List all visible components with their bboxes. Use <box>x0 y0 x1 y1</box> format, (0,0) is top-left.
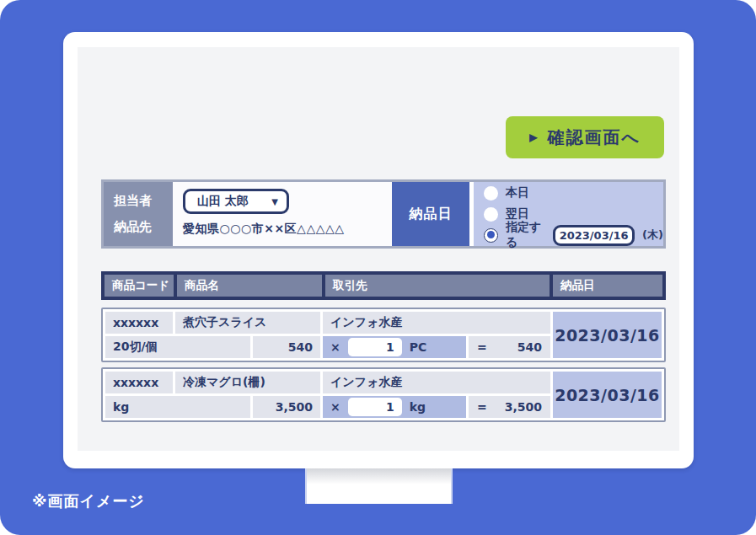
row-delivery-date-cell: 2023/03/16 <box>553 312 662 358</box>
monitor-stand <box>305 468 453 504</box>
quantity-area: × kg <box>323 396 466 418</box>
radio-selected-icon <box>484 228 498 243</box>
monitor-screen: ▶ 確認画面へ 担当者 納品先 山田 太郎 ▼ 愛知県○○○市××区△△△△△ … <box>78 47 679 451</box>
header-client: 取引先 <box>325 275 550 297</box>
client-cell: インフォ水産 <box>323 312 550 334</box>
row-delivery-date-cell: 2023/03/16 <box>553 372 662 418</box>
header-product-name: 商品名 <box>177 275 322 297</box>
delivery-date-options-panel: 本日 翌日 指定する (木) <box>474 182 663 246</box>
confirm-button-label: 確認画面へ <box>547 126 640 149</box>
chevron-down-icon: ▼ <box>271 197 278 206</box>
equals-sign: = <box>477 400 487 414</box>
delivery-address-text: 愛知県○○○市××区△△△△△ <box>183 222 382 237</box>
quantity-unit-label: kg <box>410 400 426 414</box>
delivery-date-label: 納品日 <box>392 182 469 246</box>
radio-option-today-label: 本日 <box>506 185 529 201</box>
radio-icon <box>484 186 498 201</box>
unit-cell: 20切/個 <box>105 336 250 358</box>
product-name-cell: 煮穴子スライス <box>175 312 320 334</box>
row-main-area: xxxxxx 冷凍マグロ(柵) インフォ水産 kg 3,500 × kg <box>105 372 550 418</box>
order-header-form: 担当者 納品先 山田 太郎 ▼ 愛知県○○○市××区△△△△△ 納品日 本日 <box>101 179 666 249</box>
multiply-sign: × <box>330 400 340 414</box>
table-row: xxxxxx 煮穴子スライス インフォ水産 20切/個 540 × PC <box>101 308 666 362</box>
delivery-to-label: 納品先 <box>114 219 173 235</box>
header-delivery-date: 納品日 <box>553 275 662 297</box>
row-info-line: xxxxxx 煮穴子スライス インフォ水産 <box>105 312 550 334</box>
staff-select-dropdown[interactable]: 山田 太郎 ▼ <box>183 189 289 214</box>
arrow-right-icon: ▶ <box>529 132 537 142</box>
product-code-cell: xxxxxx <box>105 372 173 393</box>
total-area: = 540 <box>469 336 550 358</box>
confirm-screen-button[interactable]: ▶ 確認画面へ <box>506 116 664 158</box>
delivery-date-input[interactable] <box>553 225 635 246</box>
table-header-row: 商品コード 商品名 取引先 納品日 <box>101 271 666 300</box>
unit-price-cell: 3,500 <box>253 396 320 418</box>
page-background: ▶ 確認画面へ 担当者 納品先 山田 太郎 ▼ 愛知県○○○市××区△△△△△ … <box>0 0 756 535</box>
multiply-sign: × <box>330 340 340 354</box>
total-value: 540 <box>517 340 542 354</box>
radio-option-today[interactable]: 本日 <box>484 185 663 201</box>
quantity-input[interactable] <box>348 338 402 356</box>
quantity-input[interactable] <box>348 398 402 416</box>
product-code-cell: xxxxxx <box>105 312 173 334</box>
total-area: = 3,500 <box>469 396 550 418</box>
radio-option-specify[interactable]: 指定する (木) <box>484 227 663 243</box>
form-middle-column: 山田 太郎 ▼ 愛知県○○○市××区△△△△△ <box>173 182 392 246</box>
form-label-column: 担当者 納品先 <box>104 182 173 246</box>
monitor-frame: ▶ 確認画面へ 担当者 納品先 山田 太郎 ▼ 愛知県○○○市××区△△△△△ … <box>63 32 694 468</box>
equals-sign: = <box>477 340 487 354</box>
row-main-area: xxxxxx 煮穴子スライス インフォ水産 20切/個 540 × PC <box>105 312 550 358</box>
staff-select-value: 山田 太郎 <box>197 194 249 209</box>
row-price-line: 20切/個 540 × PC = 540 <box>105 336 550 358</box>
total-value: 3,500 <box>505 400 542 414</box>
weekday-text: (木) <box>642 227 663 243</box>
radio-option-specify-label: 指定する <box>506 220 545 250</box>
unit-cell: kg <box>105 396 250 418</box>
row-price-line: kg 3,500 × kg = 3,500 <box>105 396 550 418</box>
row-info-line: xxxxxx 冷凍マグロ(柵) インフォ水産 <box>105 372 550 393</box>
radio-icon <box>484 207 498 222</box>
staff-label: 担当者 <box>114 193 173 209</box>
table-row: xxxxxx 冷凍マグロ(柵) インフォ水産 kg 3,500 × kg <box>101 367 666 422</box>
unit-price-cell: 540 <box>253 336 320 358</box>
client-cell: インフォ水産 <box>323 372 550 393</box>
quantity-unit-label: PC <box>410 340 427 354</box>
header-product-code: 商品コード <box>105 275 174 297</box>
quantity-area: × PC <box>323 336 466 358</box>
screen-image-caption: ※画面イメージ <box>32 491 145 511</box>
product-name-cell: 冷凍マグロ(柵) <box>175 372 320 393</box>
